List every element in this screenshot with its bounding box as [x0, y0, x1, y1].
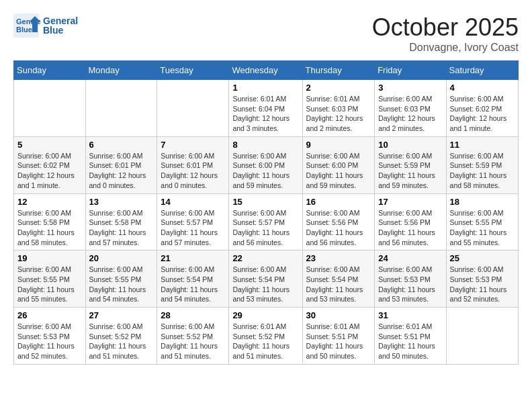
day-info: Sunrise: 6:01 AMSunset: 6:04 PMDaylight:…: [232, 94, 298, 134]
month-title: October 2025: [372, 13, 519, 42]
calendar-cell: 14Sunrise: 6:00 AMSunset: 5:57 PMDayligh…: [157, 193, 229, 250]
weekday-header: Saturday: [446, 61, 518, 80]
day-number: 1: [232, 83, 298, 93]
day-info: Sunrise: 6:00 AMSunset: 5:59 PMDaylight:…: [450, 151, 515, 191]
calendar-cell: 13Sunrise: 6:00 AMSunset: 5:58 PMDayligh…: [85, 193, 157, 250]
calendar-week-row: 12Sunrise: 6:00 AMSunset: 5:58 PMDayligh…: [14, 193, 519, 250]
day-number: 12: [17, 197, 82, 207]
day-info: Sunrise: 6:00 AMSunset: 5:55 PMDaylight:…: [450, 208, 515, 248]
day-info: Sunrise: 6:01 AMSunset: 6:03 PMDaylight:…: [306, 94, 371, 134]
calendar-cell: 10Sunrise: 6:00 AMSunset: 5:59 PMDayligh…: [375, 136, 446, 193]
calendar-cell: 18Sunrise: 6:00 AMSunset: 5:55 PMDayligh…: [446, 193, 518, 250]
weekday-header: Friday: [375, 61, 446, 80]
calendar-cell: 23Sunrise: 6:00 AMSunset: 5:54 PMDayligh…: [302, 250, 375, 308]
day-number: 2: [306, 83, 371, 93]
logo-line2: Blue: [43, 26, 78, 35]
svg-text:Blue: Blue: [16, 26, 32, 34]
calendar-cell: 22Sunrise: 6:00 AMSunset: 5:54 PMDayligh…: [229, 250, 302, 308]
location: Donvagne, Ivory Coast: [372, 42, 519, 54]
calendar-cell: 19Sunrise: 6:00 AMSunset: 5:55 PMDayligh…: [14, 250, 86, 308]
day-number: 13: [89, 197, 154, 207]
day-info: Sunrise: 6:00 AMSunset: 5:53 PMDaylight:…: [450, 265, 515, 304]
day-info: Sunrise: 6:00 AMSunset: 5:57 PMDaylight:…: [161, 208, 225, 248]
calendar-cell: 9Sunrise: 6:00 AMSunset: 6:00 PMDaylight…: [302, 136, 375, 193]
day-info: Sunrise: 6:00 AMSunset: 6:00 PMDaylight:…: [232, 151, 298, 191]
logo-icon: General Blue: [13, 13, 40, 38]
calendar-cell: 20Sunrise: 6:00 AMSunset: 5:55 PMDayligh…: [85, 250, 157, 308]
day-info: Sunrise: 6:01 AMSunset: 5:51 PMDaylight:…: [378, 322, 442, 361]
weekday-header: Monday: [85, 61, 157, 80]
title-block: October 2025 Donvagne, Ivory Coast: [372, 13, 519, 54]
day-info: Sunrise: 6:00 AMSunset: 5:54 PMDaylight:…: [306, 265, 371, 304]
day-info: Sunrise: 6:00 AMSunset: 5:56 PMDaylight:…: [306, 208, 371, 248]
day-info: Sunrise: 6:00 AMSunset: 5:55 PMDaylight:…: [17, 265, 82, 304]
day-number: 20: [89, 253, 154, 263]
calendar-cell: 7Sunrise: 6:00 AMSunset: 6:01 PMDaylight…: [157, 136, 229, 193]
weekday-header: Tuesday: [157, 61, 229, 80]
calendar-cell: 8Sunrise: 6:00 AMSunset: 6:00 PMDaylight…: [229, 136, 302, 193]
calendar-cell: 25Sunrise: 6:00 AMSunset: 5:53 PMDayligh…: [446, 250, 518, 308]
day-info: Sunrise: 6:00 AMSunset: 5:58 PMDaylight:…: [17, 208, 82, 248]
calendar-cell: 6Sunrise: 6:00 AMSunset: 6:01 PMDaylight…: [85, 136, 157, 193]
calendar-cell: 21Sunrise: 6:00 AMSunset: 5:54 PMDayligh…: [157, 250, 229, 308]
calendar-cell: 16Sunrise: 6:00 AMSunset: 5:56 PMDayligh…: [302, 193, 375, 250]
calendar-week-row: 1Sunrise: 6:01 AMSunset: 6:04 PMDaylight…: [14, 80, 519, 137]
calendar-cell: 26Sunrise: 6:00 AMSunset: 5:53 PMDayligh…: [14, 308, 86, 365]
calendar-cell: 5Sunrise: 6:00 AMSunset: 6:02 PMDaylight…: [14, 136, 86, 193]
day-info: Sunrise: 6:00 AMSunset: 5:56 PMDaylight:…: [378, 208, 442, 248]
day-number: 19: [17, 253, 82, 263]
day-info: Sunrise: 6:00 AMSunset: 6:01 PMDaylight:…: [89, 151, 154, 191]
day-number: 28: [161, 310, 225, 320]
calendar-week-row: 5Sunrise: 6:00 AMSunset: 6:02 PMDaylight…: [14, 136, 519, 193]
day-number: 22: [232, 253, 298, 263]
day-info: Sunrise: 6:00 AMSunset: 5:58 PMDaylight:…: [89, 208, 154, 248]
day-number: 14: [161, 197, 225, 207]
calendar-cell: [157, 80, 229, 137]
day-number: 6: [89, 140, 154, 150]
day-number: 9: [306, 140, 371, 150]
calendar-week-row: 26Sunrise: 6:00 AMSunset: 5:53 PMDayligh…: [14, 308, 519, 365]
calendar-cell: 31Sunrise: 6:01 AMSunset: 5:51 PMDayligh…: [375, 308, 446, 365]
weekday-header: Sunday: [14, 61, 86, 80]
day-info: Sunrise: 6:00 AMSunset: 6:02 PMDaylight:…: [17, 151, 82, 191]
calendar-cell: 15Sunrise: 6:00 AMSunset: 5:57 PMDayligh…: [229, 193, 302, 250]
calendar-cell: 29Sunrise: 6:01 AMSunset: 5:52 PMDayligh…: [229, 308, 302, 365]
day-info: Sunrise: 6:00 AMSunset: 5:52 PMDaylight:…: [89, 322, 154, 361]
weekday-header: Thursday: [302, 61, 375, 80]
day-number: 8: [232, 140, 298, 150]
day-number: 5: [17, 140, 82, 150]
page-header: General Blue General Blue October 2025 D…: [13, 13, 519, 54]
day-number: 15: [232, 197, 298, 207]
logo-line1: General: [43, 16, 78, 26]
day-number: 16: [306, 197, 371, 207]
day-number: 30: [306, 310, 371, 320]
day-number: 23: [306, 253, 371, 263]
day-number: 4: [450, 83, 515, 93]
day-info: Sunrise: 6:00 AMSunset: 5:52 PMDaylight:…: [161, 322, 225, 361]
day-info: Sunrise: 6:00 AMSunset: 6:02 PMDaylight:…: [450, 94, 515, 134]
day-number: 17: [378, 197, 442, 207]
day-number: 3: [378, 83, 442, 93]
logo: General Blue General Blue: [13, 13, 78, 38]
calendar-cell: 2Sunrise: 6:01 AMSunset: 6:03 PMDaylight…: [302, 80, 375, 137]
day-info: Sunrise: 6:00 AMSunset: 5:53 PMDaylight:…: [17, 322, 82, 361]
calendar-cell: 17Sunrise: 6:00 AMSunset: 5:56 PMDayligh…: [375, 193, 446, 250]
day-info: Sunrise: 6:00 AMSunset: 5:54 PMDaylight:…: [232, 265, 298, 304]
calendar-cell: 1Sunrise: 6:01 AMSunset: 6:04 PMDaylight…: [229, 80, 302, 137]
day-info: Sunrise: 6:00 AMSunset: 6:03 PMDaylight:…: [378, 94, 442, 134]
day-number: 29: [232, 310, 298, 320]
day-info: Sunrise: 6:00 AMSunset: 5:59 PMDaylight:…: [378, 151, 442, 191]
calendar-cell: 28Sunrise: 6:00 AMSunset: 5:52 PMDayligh…: [157, 308, 229, 365]
day-number: 7: [161, 140, 225, 150]
calendar-cell: [14, 80, 86, 137]
day-number: 24: [378, 253, 442, 263]
day-number: 27: [89, 310, 154, 320]
calendar-table: SundayMondayTuesdayWednesdayThursdayFrid…: [13, 60, 519, 365]
calendar-cell: 24Sunrise: 6:00 AMSunset: 5:53 PMDayligh…: [375, 250, 446, 308]
calendar-cell: [85, 80, 157, 137]
day-info: Sunrise: 6:00 AMSunset: 5:53 PMDaylight:…: [378, 265, 442, 304]
day-info: Sunrise: 6:00 AMSunset: 5:55 PMDaylight:…: [89, 265, 154, 304]
day-info: Sunrise: 6:00 AMSunset: 6:01 PMDaylight:…: [161, 151, 225, 191]
day-number: 10: [378, 140, 442, 150]
calendar-cell: 4Sunrise: 6:00 AMSunset: 6:02 PMDaylight…: [446, 80, 518, 137]
